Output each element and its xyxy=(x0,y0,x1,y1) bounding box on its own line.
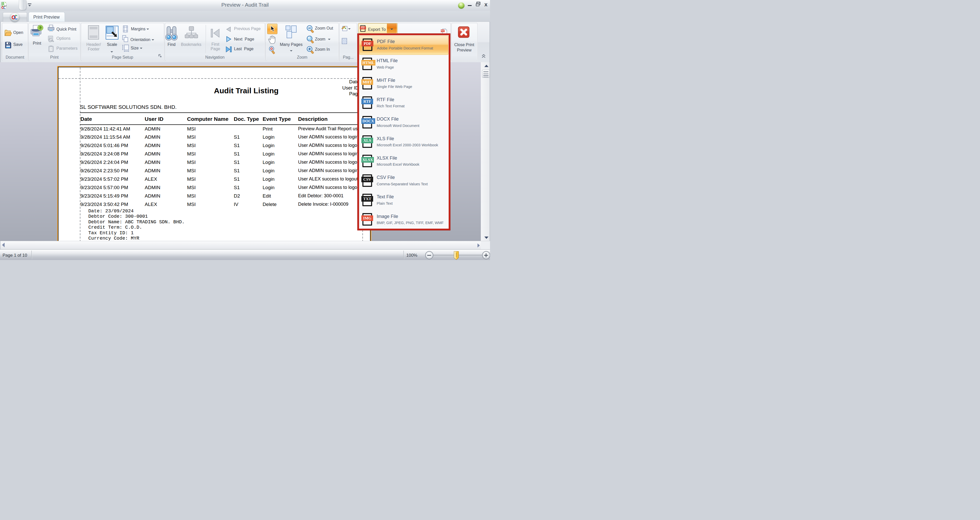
svg-text:2.2: 2.2 xyxy=(4,5,6,6)
svg-text:?: ? xyxy=(39,26,41,30)
svg-text:PDF: PDF xyxy=(441,30,445,32)
svg-text:?: ? xyxy=(50,48,52,51)
